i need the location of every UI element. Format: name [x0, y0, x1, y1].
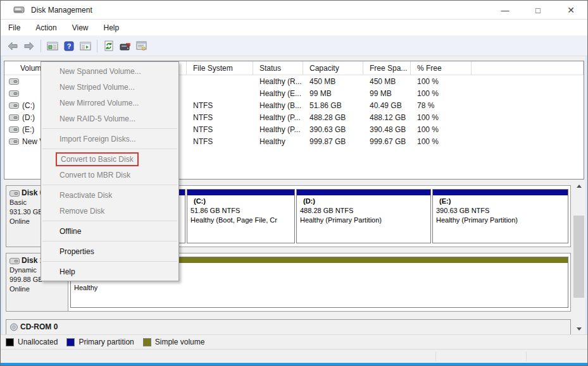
volume-free-space: 390.48 GB	[363, 123, 411, 135]
volume-pct-free: 100 %	[411, 135, 472, 147]
volume-status: Healthy	[253, 135, 303, 147]
column-header-file-system[interactable]: File System	[187, 61, 253, 75]
legend-swatch-primary-partition	[66, 338, 75, 346]
menu-item-properties[interactable]: Properties	[41, 243, 178, 259]
volume-fs	[187, 75, 253, 87]
volume-pct-free: 100 %	[411, 123, 472, 135]
partition-e[interactable]: (E:)390.63 GB NTFSHealthy (Primary Parti…	[432, 189, 568, 243]
volume-capacity: 51.86 GB	[303, 99, 363, 111]
partition-color-bar	[433, 190, 568, 195]
cdrom-0-row: CD-ROM 0	[6, 319, 571, 334]
menu-item-new-mirrored-volume[interactable]: New Mirrored Volume...	[41, 95, 178, 111]
volume-pct-free: 100 %	[411, 87, 472, 99]
scrollbar-thumb[interactable]	[573, 216, 584, 298]
menu-item-offline[interactable]: Offline	[41, 223, 178, 239]
column-header-free-space[interactable]: Free Spa...	[363, 61, 411, 75]
volume-free-space: 99 MB	[363, 87, 411, 99]
menu-item-reactivate-disk[interactable]: Reactivate Disk	[41, 187, 178, 203]
help-icon[interactable]: ?	[61, 39, 77, 54]
menu-item-remove-disk[interactable]: Remove Disk	[41, 203, 178, 219]
column-header-pct-free[interactable]: % Free	[411, 61, 472, 75]
scroll-up-icon[interactable]	[573, 181, 584, 192]
disk-context-menu: New Spanned Volume... New Striped Volume…	[41, 61, 179, 281]
volume-pct-free: 100 %	[411, 75, 472, 87]
partition-d[interactable]: (D:)488.28 GB NTFSHealthy (Primary Parti…	[296, 189, 431, 243]
menu-separator	[42, 221, 177, 221]
show-action-pane-icon[interactable]	[78, 39, 93, 54]
volume-name: (D:)	[22, 113, 35, 122]
menu-item-help[interactable]: Help	[41, 264, 178, 279]
scroll-down-icon[interactable]	[573, 324, 584, 334]
volume-icon	[9, 90, 19, 97]
cdrom-0-label[interactable]: CD-ROM 0	[6, 320, 68, 334]
volume-capacity: 99 MB	[303, 87, 363, 99]
volume-capacity: 488.28 GB	[303, 111, 363, 123]
minimize-button[interactable]: —	[489, 1, 522, 20]
menu-separator	[42, 185, 177, 185]
cd-rom-icon	[9, 323, 18, 331]
window-title: Disk Management	[31, 6, 92, 15]
svg-text:⚙: ⚙	[141, 46, 146, 51]
legend-unallocated: Unallocated	[6, 338, 58, 346]
menu-action[interactable]: Action	[35, 21, 63, 35]
menu-item-new-striped-volume[interactable]: New Striped Volume...	[41, 79, 178, 95]
disk-name: CD-ROM 0	[20, 322, 58, 332]
toolbar-separator	[41, 40, 41, 52]
maximize-button[interactable]: □	[522, 1, 554, 20]
volume-icon	[9, 114, 19, 121]
menu-help[interactable]: Help	[104, 21, 126, 35]
volume-fs: NTFS	[187, 111, 253, 123]
volume-free-space: 999.67 GB	[363, 135, 411, 147]
toolbar: ? ⚙	[1, 36, 587, 56]
refresh-icon[interactable]	[101, 39, 116, 54]
volume-pct-free: 78 %	[411, 99, 472, 111]
show-console-tree-icon[interactable]	[45, 39, 60, 54]
window-frame-strip	[585, 56, 587, 334]
volume-status: Healthy (P...	[253, 123, 303, 135]
volume-name: (E:)	[22, 125, 34, 134]
volume-fs: NTFS	[187, 123, 253, 135]
disk-icon	[9, 257, 20, 265]
partition-color-bar	[297, 190, 430, 195]
menu-item-new-spanned-volume[interactable]: New Spanned Volume...	[41, 63, 178, 79]
menu-separator	[42, 149, 177, 149]
legend-simple-volume: Simple volume	[143, 338, 205, 346]
svg-text:?: ?	[67, 42, 72, 50]
column-header-filler	[472, 61, 584, 75]
menu-item-convert-to-basic-disk[interactable]: Convert to Basic Disk	[41, 151, 178, 167]
menu-file[interactable]: File	[8, 21, 27, 35]
close-button[interactable]: ✕	[554, 1, 587, 20]
column-header-capacity[interactable]: Capacity	[303, 61, 363, 75]
back-icon[interactable]	[5, 39, 20, 54]
volume-free-space: 488.12 GB	[363, 111, 411, 123]
status-bar-divider	[435, 351, 436, 362]
menu-item-new-raid5-volume[interactable]: New RAID-5 Volume...	[41, 111, 178, 126]
volume-icon	[9, 126, 19, 133]
status-bar-divider	[526, 351, 527, 362]
partition-c[interactable]: (C:)51.86 GB NTFSHealthy (Boot, Page Fil…	[187, 189, 295, 243]
column-header-status[interactable]: Status	[253, 61, 303, 75]
legend-label: Unallocated	[18, 338, 58, 346]
forward-icon[interactable]	[22, 39, 37, 54]
volume-capacity: 999.87 GB	[303, 135, 363, 147]
menu-item-convert-to-mbr-disk[interactable]: Convert to MBR Disk	[41, 167, 178, 183]
legend-swatch-unallocated	[6, 338, 14, 346]
volume-status: Healthy (B...	[253, 99, 303, 111]
volume-status: Healthy (P...	[253, 111, 303, 123]
partition-color-bar	[187, 190, 294, 195]
menu-separator	[42, 241, 177, 241]
window-frame-strip	[1, 56, 3, 334]
legend-bar: Unallocated Primary partition Simple vol…	[1, 334, 587, 349]
volume-free-space: 40.49 GB	[363, 99, 411, 111]
disk-management-app-icon	[13, 5, 26, 15]
volume-fs: NTFS	[187, 135, 253, 147]
menu-item-import-foreign-disks[interactable]: Import Foreign Disks...	[41, 131, 178, 147]
menu-separator	[42, 261, 177, 262]
manage-settings-icon[interactable]: ⚙	[134, 39, 149, 54]
vertical-scrollbar[interactable]	[573, 181, 584, 334]
menu-view[interactable]: View	[72, 21, 95, 35]
disk-status: Online	[9, 284, 66, 294]
disk-icon	[9, 190, 20, 197]
volume-capacity: 450 MB	[303, 75, 363, 87]
rescan-disks-icon[interactable]	[118, 39, 133, 54]
